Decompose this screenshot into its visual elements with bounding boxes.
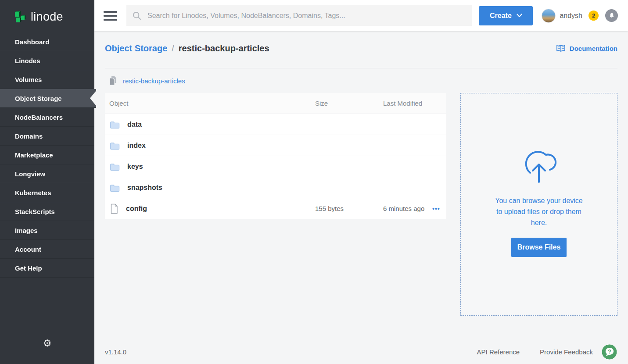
book-icon (556, 44, 566, 53)
notification-count-badge[interactable]: 2 (589, 11, 599, 21)
sidebar-item-longview[interactable]: Longview (0, 164, 94, 183)
sidebar-item-label: Get Help (15, 264, 42, 272)
linode-logo[interactable]: linode (0, 0, 94, 31)
copy-files-icon (109, 76, 117, 86)
sidebar-item-domains[interactable]: Domains (0, 127, 94, 146)
sidebar-item-volumes[interactable]: Volumes (0, 70, 94, 89)
sidebar: linode Dashboard Linodes Volumes Object … (0, 0, 94, 364)
ellipsis-menu-icon[interactable]: ••• (432, 205, 440, 212)
page-title: restic-backup-articles (179, 43, 269, 54)
provide-feedback-link[interactable]: Provide Feedback (540, 348, 593, 356)
api-reference-link[interactable]: API Reference (477, 348, 520, 356)
sidebar-item-label: Images (15, 227, 38, 234)
content-area: Object Storage / restic-backup-articles … (94, 31, 628, 364)
sidebar-item-label: NodeBalancers (15, 114, 63, 121)
notifications-bell-icon[interactable] (605, 9, 618, 22)
browse-files-button[interactable]: Browse Files (511, 238, 567, 257)
file-icon (110, 203, 118, 214)
username[interactable]: andysh (560, 12, 582, 20)
footer: v1.14.0 API Reference Provide Feedback ? (105, 344, 617, 360)
sidebar-item-kubernetes[interactable]: Kubernetes (0, 183, 94, 202)
table-row[interactable]: config 155 bytes 6 minutes ago ••• (105, 198, 446, 219)
table-row[interactable]: keys (105, 156, 446, 177)
sidebar-item-get-help[interactable]: Get Help (0, 259, 94, 278)
hamburger-menu-icon[interactable] (104, 10, 117, 22)
sidebar-item-object-storage[interactable]: Object Storage (0, 89, 96, 108)
object-name[interactable]: keys (127, 163, 143, 171)
sidebar-nav: Dashboard Linodes Volumes Object Storage… (0, 32, 94, 278)
folder-icon (110, 120, 120, 129)
global-search[interactable] (126, 5, 472, 26)
sidebar-item-label: Object Storage (15, 95, 62, 102)
table-row[interactable]: index (105, 135, 446, 156)
sidebar-item-stackscripts[interactable]: StackScripts (0, 202, 94, 221)
table-body: data index (105, 114, 446, 219)
search-icon (133, 11, 141, 20)
create-button-label: Create (490, 12, 512, 20)
sidebar-item-label: Marketplace (15, 151, 53, 159)
object-name[interactable]: snapshots (127, 184, 162, 192)
topbar: Create andysh 2 (94, 0, 628, 31)
main-area: Create andysh 2 Object Storage / restic-… (94, 0, 628, 364)
sidebar-item-dashboard[interactable]: Dashboard (0, 32, 94, 51)
create-button[interactable]: Create (479, 6, 533, 25)
folder-icon (110, 141, 120, 150)
section-divider (105, 68, 617, 68)
brand-name: linode (31, 10, 63, 24)
settings-gear-icon[interactable]: ⚙ (0, 339, 94, 348)
search-input[interactable] (147, 11, 466, 20)
body-row: Object Size Last Modified data (105, 93, 617, 316)
sidebar-item-linodes[interactable]: Linodes (0, 51, 94, 70)
svg-text:?: ? (608, 348, 611, 355)
header-last-modified[interactable]: Last Modified (383, 100, 432, 107)
sidebar-item-label: Dashboard (15, 38, 49, 46)
object-name[interactable]: index (127, 142, 146, 150)
header-size[interactable]: Size (315, 100, 383, 107)
help-feedback-icon[interactable]: ? (601, 344, 617, 360)
linode-logo-icon (14, 10, 26, 25)
object-size: 155 bytes (315, 205, 383, 212)
app-version[interactable]: v1.14.0 (105, 348, 126, 356)
documentation-link[interactable]: Documentation (556, 44, 617, 53)
upload-message: You can browse your device to upload fil… (492, 195, 586, 228)
breadcrumb: Object Storage / restic-backup-articles … (105, 42, 617, 55)
table-header: Object Size Last Modified (105, 93, 446, 114)
cloud-upload-icon (517, 142, 561, 186)
documentation-link-label: Documentation (570, 45, 617, 52)
sidebar-item-account[interactable]: Account (0, 240, 94, 259)
avatar[interactable] (542, 9, 556, 23)
sidebar-item-label: Volumes (15, 76, 42, 83)
sidebar-item-marketplace[interactable]: Marketplace (0, 146, 94, 164)
sidebar-item-label: Domains (15, 132, 43, 140)
breadcrumb-separator: / (172, 43, 174, 54)
sidebar-item-images[interactable]: Images (0, 221, 94, 240)
chevron-down-icon (517, 14, 522, 18)
folder-icon (110, 162, 120, 171)
sidebar-item-label: Kubernetes (15, 189, 51, 196)
sidebar-item-label: Linodes (15, 57, 40, 64)
sidebar-item-label: Longview (15, 170, 45, 178)
sidebar-item-nodebalancers[interactable]: NodeBalancers (0, 108, 94, 127)
bucket-name-link[interactable]: restic-backup-articles (123, 77, 185, 85)
object-name[interactable]: data (127, 121, 142, 128)
sidebar-item-label: StackScripts (15, 208, 55, 215)
object-name[interactable]: config (126, 205, 147, 213)
folder-icon (110, 183, 120, 192)
object-modified: 6 minutes ago (383, 205, 432, 212)
header-object[interactable]: Object (105, 100, 315, 107)
bucket-row: restic-backup-articles (105, 75, 617, 86)
object-table: Object Size Last Modified data (105, 93, 446, 219)
table-row[interactable]: data (105, 114, 446, 135)
sidebar-item-label: Account (15, 246, 41, 253)
breadcrumb-object-storage-link[interactable]: Object Storage (105, 43, 167, 54)
upload-dropzone[interactable]: You can browse your device to upload fil… (460, 93, 617, 316)
table-row[interactable]: snapshots (105, 177, 446, 198)
